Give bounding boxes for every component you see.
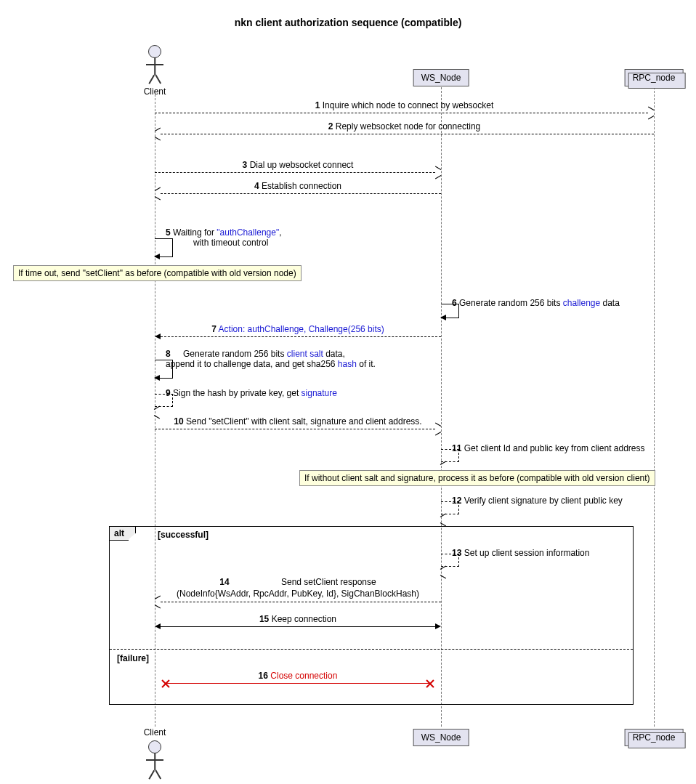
- x-ws: [425, 678, 435, 688]
- msg-11-loop: [441, 449, 459, 462]
- lifeline-rpc: [654, 87, 655, 727]
- participant-ws-bottom: WS_Node: [413, 729, 469, 746]
- alt-divider: [110, 649, 633, 650]
- msg-12-label: 12 Verify client signature by client pub…: [452, 496, 623, 506]
- alt-guard-success: [successful]: [158, 530, 209, 540]
- msg-9-loop: [155, 394, 173, 407]
- msg-5-label: 5 Waiting for "authChallenge", with time…: [166, 227, 282, 248]
- alt-tag: alt: [109, 526, 129, 541]
- msg-5-loop: [155, 238, 173, 257]
- actor-client-label-bottom: Client: [126, 727, 184, 737]
- actor-client-label: Client: [126, 86, 184, 97]
- diagram-canvas: nkn client authorization sequence (compa…: [0, 0, 696, 784]
- msg-6-label: 6 Generate random 256 bits challenge dat…: [452, 298, 620, 308]
- msg-13-label: 13 Set up client session information: [452, 548, 589, 558]
- note-compat-client: If without client salt and signature, pr…: [299, 470, 655, 486]
- msg-9-label: 9 Sign the hash by private key, get sign…: [166, 388, 337, 398]
- diagram-title: nkn client authorization sequence (compa…: [0, 17, 696, 28]
- msg-8-loop: [155, 360, 173, 379]
- participant-rpc-top: RPC_node: [625, 69, 684, 86]
- note-timeout: If time out, send "setClient" as before …: [13, 265, 302, 281]
- msg-11-label: 11 Get client Id and public key from cli…: [452, 443, 645, 453]
- msg-12-loop: [441, 501, 459, 514]
- msg-6-loop: [441, 304, 459, 318]
- x-client: [161, 678, 171, 688]
- msg-13-loop: [441, 554, 459, 567]
- alt-guard-failure: [failure]: [117, 653, 149, 663]
- participant-ws-top: WS_Node: [413, 69, 469, 86]
- msg-8-label: 8 Generate random 256 bits client salt d…: [166, 349, 376, 369]
- participant-rpc-bottom: RPC_node: [625, 729, 684, 746]
